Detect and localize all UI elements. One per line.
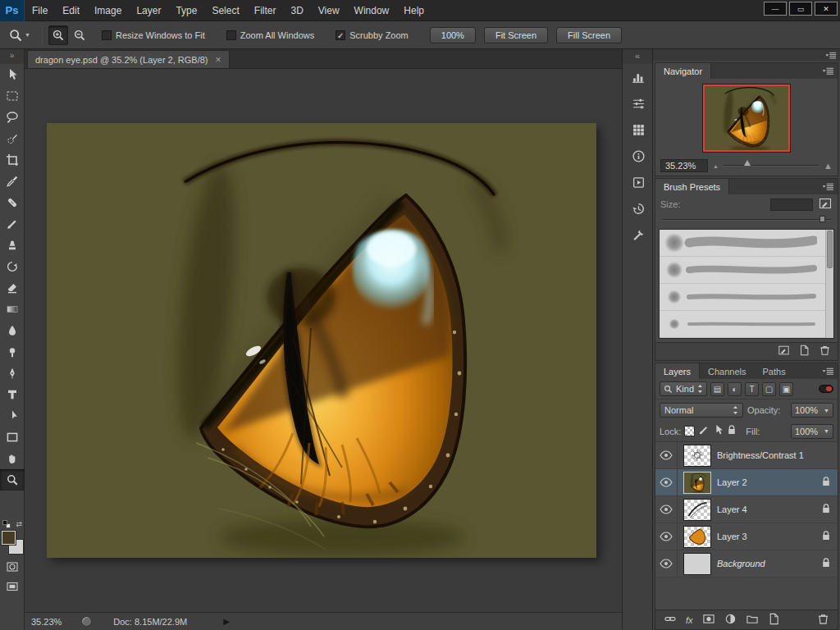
zoom-out-button[interactable] [70, 25, 89, 45]
new-brush-icon[interactable] [798, 345, 810, 358]
menu-filter[interactable]: Filter [247, 0, 284, 21]
zoom-in-mountain-icon[interactable]: ▲ [824, 161, 833, 171]
brush-tool[interactable] [0, 213, 25, 235]
menu-type[interactable]: Type [168, 0, 204, 21]
layers-menu-icon[interactable] [822, 367, 834, 378]
zoom-out-mountain-icon[interactable]: ▲ [713, 163, 719, 169]
navigator-menu-icon[interactable] [822, 66, 834, 78]
tab-layers[interactable]: Layers [655, 363, 700, 379]
close-button[interactable]: ✕ [815, 2, 838, 16]
close-tab-icon[interactable]: × [216, 54, 221, 66]
toggle-brush-panel-icon[interactable] [818, 197, 833, 212]
layer-name[interactable]: Layer 3 [717, 532, 822, 541]
layer-style-fx-icon[interactable]: fx [686, 615, 693, 625]
layer-thumbnail[interactable] [683, 499, 711, 521]
dodge-tool[interactable] [0, 341, 25, 363]
brush-size-field[interactable] [770, 199, 813, 211]
add-layer-mask-icon[interactable] [702, 613, 715, 628]
filter-smart-objects-icon[interactable]: ▣ [779, 382, 793, 396]
screen-mode-button[interactable] [0, 577, 25, 596]
tab-paths[interactable]: Paths [755, 363, 794, 379]
checkbox-box[interactable] [226, 30, 236, 40]
layer-row-layer-3[interactable]: Layer 3 [655, 523, 838, 550]
layer-row-layer-2[interactable]: Layer 2 [655, 469, 838, 496]
canvas-pasteboard[interactable] [25, 69, 622, 612]
type-tool[interactable] [0, 384, 25, 405]
100--button[interactable]: 100% [430, 27, 476, 43]
navigator-view-box[interactable] [703, 84, 790, 152]
zoom-all-windows-checkbox[interactable]: Zoom All Windows [226, 30, 314, 40]
lock-transparency-icon[interactable] [684, 426, 695, 436]
brush-stroke-preview-icon[interactable] [778, 345, 790, 358]
expand-panels-chevron[interactable]: « [623, 49, 652, 64]
minimize-button[interactable]: — [764, 2, 787, 16]
filter-pixel-layers-icon[interactable]: ▤ [710, 382, 724, 396]
foreground-color-swatch[interactable] [2, 531, 16, 545]
dock-options-icon[interactable] [825, 51, 837, 60]
status-drive-icon[interactable] [81, 616, 92, 627]
rectangular-marquee-tool[interactable] [0, 85, 25, 107]
crop-tool[interactable] [0, 149, 25, 171]
layer-thumbnail[interactable] [683, 526, 711, 548]
opacity-combo[interactable]: 100% ▼ [791, 403, 833, 418]
brush-size-slider[interactable] [662, 219, 831, 221]
navigator-zoom-field[interactable]: 35.23% [660, 159, 708, 172]
link-layers-icon[interactable] [664, 613, 677, 628]
blur-tool[interactable] [0, 320, 25, 341]
tab-navigator[interactable]: Navigator [655, 63, 711, 79]
rectangle-tool[interactable] [0, 427, 25, 448]
layer-name[interactable]: Layer 2 [717, 477, 822, 487]
slider-thumb[interactable] [744, 160, 751, 166]
checkbox-box[interactable] [102, 30, 112, 40]
hand-tool[interactable] [0, 448, 25, 469]
menu-edit[interactable]: Edit [55, 0, 87, 21]
color-panel-icon[interactable] [623, 90, 654, 116]
filtering-toggle[interactable] [819, 385, 833, 393]
checkbox-box[interactable]: ✓ [336, 30, 345, 40]
fill-screen-button[interactable]: Fill Screen [556, 27, 622, 43]
navigator-zoom-slider[interactable] [724, 165, 819, 167]
brush-presets-menu-icon[interactable] [822, 182, 834, 194]
layer-name[interactable]: Brightness/Contrast 1 [717, 450, 838, 460]
brush-preset-soft-round-medium[interactable] [660, 257, 833, 284]
properties-panel-icon[interactable] [623, 221, 654, 248]
brush-preset-thin-tapered-stroke[interactable] [660, 311, 833, 338]
brush-preset-soft-round-large[interactable] [660, 230, 833, 257]
toolbar-collapse-chevron[interactable]: » [0, 49, 24, 64]
menu-file[interactable]: File [25, 0, 55, 21]
canvas-document[interactable] [47, 123, 596, 558]
history-panel-icon[interactable] [623, 195, 654, 221]
blend-mode-select[interactable]: Normal [660, 403, 743, 418]
swap-colors-icon[interactable]: ⇄ [16, 520, 22, 528]
layer-thumbnail[interactable] [683, 445, 711, 467]
menu-image[interactable]: Image [87, 0, 129, 21]
zoom-tool[interactable] [0, 469, 25, 491]
layer-row-layer-4[interactable]: Layer 4 [655, 496, 838, 523]
restore-down-button[interactable]: ▭ [789, 2, 812, 16]
layer-name[interactable]: Layer 4 [717, 504, 822, 514]
navigator-thumbnail[interactable] [702, 84, 791, 153]
status-menu-arrow-icon[interactable]: ▶ [223, 617, 230, 626]
actions-panel-icon[interactable] [623, 169, 654, 195]
visibility-toggle[interactable] [655, 550, 678, 577]
visibility-toggle[interactable] [655, 523, 678, 550]
slider-thumb[interactable] [819, 216, 825, 222]
layer-row-brightness-contrast-1[interactable]: Brightness/Contrast 1 [655, 442, 838, 469]
menu-select[interactable]: Select [204, 0, 246, 21]
pen-tool[interactable] [0, 363, 25, 384]
scrollbar-thumb[interactable] [827, 231, 833, 268]
menu-view[interactable]: View [311, 0, 347, 21]
brush-preset-tapered-stroke[interactable] [660, 284, 833, 311]
tool-preset-picker[interactable]: ▼ [0, 28, 37, 43]
document-tab[interactable]: dragon eye.psd @ 35.2% (Layer 2, RGB/8) … [27, 50, 230, 68]
history-brush-tool[interactable] [0, 256, 25, 277]
scrollbar[interactable] [825, 230, 833, 338]
visibility-toggle[interactable] [655, 469, 678, 495]
scrubby-zoom-checkbox[interactable]: ✓Scrubby Zoom [336, 30, 409, 40]
move-tool[interactable] [0, 64, 25, 85]
layer-row-background[interactable]: Background [655, 550, 838, 578]
fit-screen-button[interactable]: Fit Screen [484, 27, 548, 43]
delete-brush-icon[interactable] [819, 345, 831, 358]
menu-window[interactable]: Window [347, 0, 397, 21]
delete-layer-icon[interactable] [817, 613, 829, 628]
